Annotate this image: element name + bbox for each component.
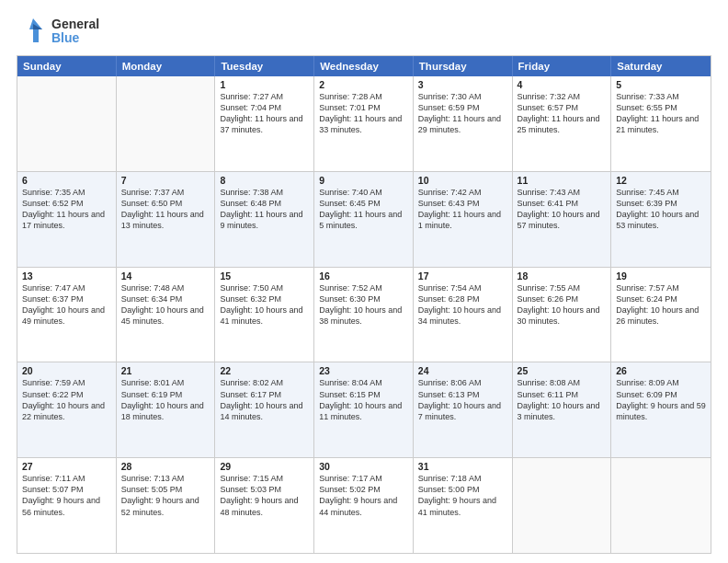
day-info: Sunrise: 8:06 AM Sunset: 6:13 PM Dayligh…: [418, 377, 507, 422]
day-cell-w3-d1: 13Sunrise: 7:47 AM Sunset: 6:37 PM Dayli…: [17, 268, 117, 362]
day-cell-w5-d2: 28Sunrise: 7:13 AM Sunset: 5:05 PM Dayli…: [117, 458, 216, 553]
day-cell-w4-d5: 24Sunrise: 8:06 AM Sunset: 6:13 PM Dayli…: [414, 362, 513, 457]
day-cell-w3-d7: 19Sunrise: 7:57 AM Sunset: 6:24 PM Dayli…: [611, 268, 711, 362]
day-info: Sunrise: 7:35 AM Sunset: 6:52 PM Dayligh…: [22, 187, 111, 232]
day-info: Sunrise: 8:02 AM Sunset: 6:17 PM Dayligh…: [220, 377, 309, 422]
day-cell-w2-d7: 12Sunrise: 7:45 AM Sunset: 6:39 PM Dayli…: [611, 172, 711, 267]
week-row-2: 6Sunrise: 7:35 AM Sunset: 6:52 PM Daylig…: [17, 171, 711, 267]
day-info: Sunrise: 7:33 AM Sunset: 6:55 PM Dayligh…: [616, 91, 706, 136]
day-cell-w5-d4: 30Sunrise: 7:17 AM Sunset: 5:02 PM Dayli…: [314, 458, 414, 553]
day-cell-w5-d5: 31Sunrise: 7:18 AM Sunset: 5:00 PM Dayli…: [414, 458, 513, 553]
day-cell-w1-d7: 5Sunrise: 7:33 AM Sunset: 6:55 PM Daylig…: [611, 76, 711, 171]
day-info: Sunrise: 7:52 AM Sunset: 6:30 PM Dayligh…: [319, 282, 408, 327]
day-cell-w3-d5: 17Sunrise: 7:54 AM Sunset: 6:28 PM Dayli…: [414, 268, 513, 362]
day-cell-w2-d5: 10Sunrise: 7:42 AM Sunset: 6:43 PM Dayli…: [414, 172, 513, 267]
day-number: 30: [319, 461, 408, 472]
dow-wednesday: Wednesday: [314, 56, 414, 76]
day-cell-w1-d4: 2Sunrise: 7:28 AM Sunset: 7:01 PM Daylig…: [314, 76, 414, 171]
day-number: 28: [121, 461, 210, 472]
header: General Blue: [17, 15, 711, 48]
day-info: Sunrise: 7:15 AM Sunset: 5:03 PM Dayligh…: [220, 473, 309, 518]
day-info: Sunrise: 7:47 AM Sunset: 6:37 PM Dayligh…: [22, 282, 111, 327]
day-info: Sunrise: 7:28 AM Sunset: 7:01 PM Dayligh…: [319, 91, 408, 136]
day-number: 9: [319, 175, 408, 186]
day-info: Sunrise: 7:18 AM Sunset: 5:00 PM Dayligh…: [418, 473, 507, 518]
logo-bird-icon: [17, 15, 50, 48]
day-number: 19: [616, 270, 706, 282]
dow-monday: Monday: [117, 56, 216, 76]
day-number: 2: [319, 79, 408, 90]
day-info: Sunrise: 7:42 AM Sunset: 6:43 PM Dayligh…: [418, 187, 507, 232]
calendar: Sunday Monday Tuesday Wednesday Thursday…: [17, 55, 711, 554]
day-number: 22: [220, 365, 309, 376]
dow-sunday: Sunday: [17, 56, 117, 76]
day-cell-w1-d6: 4Sunrise: 7:32 AM Sunset: 6:57 PM Daylig…: [513, 76, 612, 171]
week-row-3: 13Sunrise: 7:47 AM Sunset: 6:37 PM Dayli…: [17, 267, 711, 362]
dow-tuesday: Tuesday: [215, 56, 314, 76]
day-info: Sunrise: 7:37 AM Sunset: 6:50 PM Dayligh…: [121, 187, 210, 232]
day-number: 15: [220, 270, 309, 282]
day-info: Sunrise: 7:30 AM Sunset: 6:59 PM Dayligh…: [418, 91, 507, 136]
day-info: Sunrise: 7:38 AM Sunset: 6:48 PM Dayligh…: [220, 187, 309, 232]
day-cell-w5-d6: [513, 458, 612, 553]
day-info: Sunrise: 7:27 AM Sunset: 7:04 PM Dayligh…: [220, 91, 309, 136]
day-info: Sunrise: 7:57 AM Sunset: 6:24 PM Dayligh…: [616, 282, 706, 327]
day-number: 25: [518, 365, 607, 376]
day-cell-w4-d7: 26Sunrise: 8:09 AM Sunset: 6:09 PM Dayli…: [611, 362, 711, 457]
day-info: Sunrise: 8:08 AM Sunset: 6:11 PM Dayligh…: [518, 377, 607, 422]
day-info: Sunrise: 7:45 AM Sunset: 6:39 PM Dayligh…: [616, 187, 706, 232]
dow-thursday: Thursday: [414, 56, 513, 76]
day-number: 21: [121, 365, 210, 376]
calendar-body: 1Sunrise: 7:27 AM Sunset: 7:04 PM Daylig…: [17, 76, 711, 553]
day-cell-w2-d2: 7Sunrise: 7:37 AM Sunset: 6:50 PM Daylig…: [117, 172, 216, 267]
day-number: 3: [418, 79, 507, 90]
page: General Blue Sunday Monday Tuesday Wedne…: [0, 0, 728, 563]
day-cell-w3-d2: 14Sunrise: 7:48 AM Sunset: 6:34 PM Dayli…: [117, 268, 216, 362]
day-cell-w2-d1: 6Sunrise: 7:35 AM Sunset: 6:52 PM Daylig…: [17, 172, 117, 267]
day-info: Sunrise: 8:01 AM Sunset: 6:19 PM Dayligh…: [121, 377, 210, 422]
day-number: 31: [418, 461, 507, 472]
day-number: 20: [22, 365, 111, 376]
week-row-1: 1Sunrise: 7:27 AM Sunset: 7:04 PM Daylig…: [17, 76, 711, 171]
day-number: 17: [418, 270, 507, 282]
day-number: 6: [22, 175, 111, 186]
day-cell-w2-d4: 9Sunrise: 7:40 AM Sunset: 6:45 PM Daylig…: [314, 172, 414, 267]
day-number: 13: [22, 270, 111, 282]
day-number: 7: [121, 175, 210, 186]
day-cell-w3-d6: 18Sunrise: 7:55 AM Sunset: 6:26 PM Dayli…: [513, 268, 612, 362]
day-number: 4: [518, 79, 607, 90]
day-number: 5: [616, 79, 706, 90]
day-cell-w2-d6: 11Sunrise: 7:43 AM Sunset: 6:41 PM Dayli…: [513, 172, 612, 267]
day-number: 10: [418, 175, 507, 186]
day-cell-w3-d3: 15Sunrise: 7:50 AM Sunset: 6:32 PM Dayli…: [215, 268, 314, 362]
day-number: 11: [518, 175, 607, 186]
day-info: Sunrise: 7:17 AM Sunset: 5:02 PM Dayligh…: [319, 473, 408, 518]
week-row-5: 27Sunrise: 7:11 AM Sunset: 5:07 PM Dayli…: [17, 457, 711, 553]
logo: General Blue: [17, 15, 99, 48]
day-cell-w4-d2: 21Sunrise: 8:01 AM Sunset: 6:19 PM Dayli…: [117, 362, 216, 457]
day-cell-w4-d3: 22Sunrise: 8:02 AM Sunset: 6:17 PM Dayli…: [215, 362, 314, 457]
day-cell-w5-d1: 27Sunrise: 7:11 AM Sunset: 5:07 PM Dayli…: [17, 458, 117, 553]
day-info: Sunrise: 7:40 AM Sunset: 6:45 PM Dayligh…: [319, 187, 408, 232]
day-cell-w4-d4: 23Sunrise: 8:04 AM Sunset: 6:15 PM Dayli…: [314, 362, 414, 457]
day-cell-w1-d2: [117, 76, 216, 171]
svg-marker-0: [29, 18, 42, 42]
day-info: Sunrise: 7:50 AM Sunset: 6:32 PM Dayligh…: [220, 282, 309, 327]
day-number: 14: [121, 270, 210, 282]
day-info: Sunrise: 7:59 AM Sunset: 6:22 PM Dayligh…: [22, 377, 111, 422]
day-cell-w3-d4: 16Sunrise: 7:52 AM Sunset: 6:30 PM Dayli…: [314, 268, 414, 362]
day-cell-w1-d5: 3Sunrise: 7:30 AM Sunset: 6:59 PM Daylig…: [414, 76, 513, 171]
day-info: Sunrise: 7:48 AM Sunset: 6:34 PM Dayligh…: [121, 282, 210, 327]
dow-friday: Friday: [513, 56, 612, 76]
day-cell-w1-d1: [17, 76, 117, 171]
day-number: 1: [220, 79, 309, 90]
day-info: Sunrise: 7:54 AM Sunset: 6:28 PM Dayligh…: [418, 282, 507, 327]
day-cell-w1-d3: 1Sunrise: 7:27 AM Sunset: 7:04 PM Daylig…: [215, 76, 314, 171]
day-cell-w5-d3: 29Sunrise: 7:15 AM Sunset: 5:03 PM Dayli…: [215, 458, 314, 553]
day-info: Sunrise: 7:13 AM Sunset: 5:05 PM Dayligh…: [121, 473, 210, 518]
day-number: 23: [319, 365, 408, 376]
day-info: Sunrise: 7:43 AM Sunset: 6:41 PM Dayligh…: [518, 187, 607, 232]
day-info: Sunrise: 8:04 AM Sunset: 6:15 PM Dayligh…: [319, 377, 408, 422]
day-number: 16: [319, 270, 408, 282]
day-number: 12: [616, 175, 706, 186]
